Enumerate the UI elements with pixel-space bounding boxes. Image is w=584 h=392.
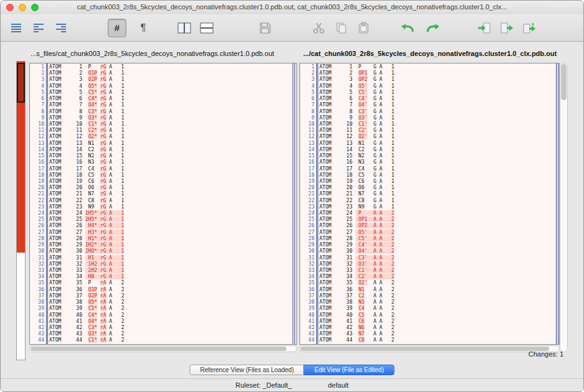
code-line[interactable]: ATOM 9 O3' G A 1 bbox=[319, 115, 559, 121]
code-line[interactable]: ATOM 36 O1P rA A 2 bbox=[49, 287, 296, 293]
code-line[interactable]: ATOM 10 C1' G A 1 bbox=[319, 121, 559, 128]
code-line[interactable]: ATOM 9 O3* rG A 1 bbox=[49, 115, 296, 121]
overview-strip[interactable] bbox=[16, 61, 26, 360]
code-line[interactable]: ATOM 38 N3 A A 2 bbox=[319, 299, 559, 306]
close-button[interactable] bbox=[6, 4, 14, 11]
code-line[interactable]: ATOM 4 O5* rG A 1 bbox=[49, 83, 296, 90]
code-line[interactable]: ATOM 29 C4' A A 2 bbox=[319, 242, 559, 248]
code-line[interactable]: ATOM 1 P G A 1 bbox=[319, 64, 559, 70]
code-line[interactable]: ATOM 32 O3' A A 2 bbox=[319, 261, 559, 268]
code-line[interactable]: ATOM 40 C5 A A 2 bbox=[319, 312, 559, 319]
left-h-scrollbar[interactable] bbox=[29, 345, 297, 352]
code-line[interactable]: ATOM 7 O4' G A 1 bbox=[319, 102, 559, 108]
code-line[interactable]: ATOM 19 C6 G A 1 bbox=[319, 179, 559, 185]
code-line[interactable]: ATOM 16 N3 rG A 1 bbox=[49, 159, 296, 166]
code-line[interactable]: ATOM 15 N2 G A 1 bbox=[319, 153, 559, 159]
code-line[interactable]: ATOM 24 1H5* rG A 1 bbox=[49, 210, 296, 217]
code-line[interactable]: ATOM 11 C2* rG A 1 bbox=[49, 128, 296, 134]
code-line[interactable]: ATOM 4 O5' G A 1 bbox=[319, 83, 559, 90]
v-scrollbar[interactable] bbox=[560, 63, 568, 352]
code-line[interactable]: ATOM 38 O5* rA A 2 bbox=[49, 299, 296, 306]
code-line[interactable]: ATOM 37 O2P rA A 2 bbox=[49, 293, 296, 299]
code-line[interactable]: ATOM 14 C2 G A 1 bbox=[319, 147, 559, 153]
code-line[interactable]: ATOM 12 O2* rG A 1 bbox=[49, 134, 296, 140]
code-line[interactable]: ATOM 5 C5' G A 1 bbox=[319, 90, 559, 96]
code-line[interactable]: ATOM 1 P rG A 1 bbox=[49, 64, 296, 70]
code-line[interactable]: ATOM 11 C2' G A 1 bbox=[319, 128, 559, 134]
copy-button[interactable] bbox=[332, 19, 351, 37]
code-line[interactable]: ATOM 23 N9 rG A 1 bbox=[49, 204, 296, 210]
code-line[interactable]: ATOM 34 C2' A A 2 bbox=[319, 274, 559, 280]
code-line[interactable]: ATOM 6 C4' G A 1 bbox=[319, 96, 559, 102]
show-right-file-button[interactable] bbox=[52, 19, 70, 37]
code-line[interactable]: ATOM 32 1H2 rG A 1 bbox=[49, 261, 296, 268]
code-line[interactable]: ATOM 26 H4* rG A 1 bbox=[49, 223, 296, 229]
code-line[interactable]: ATOM 18 C5 G A 1 bbox=[319, 172, 559, 179]
code-line[interactable]: ATOM 27 H3* rG A 1 bbox=[49, 230, 296, 236]
code-line[interactable]: ATOM 39 C5* rA A 2 bbox=[49, 306, 296, 312]
apply-change-left-button[interactable] bbox=[475, 19, 494, 37]
code-line[interactable]: ATOM 3 OP2 G A 1 bbox=[319, 77, 559, 83]
code-line[interactable]: ATOM 35 O2' A A 2 bbox=[319, 280, 559, 286]
code-line[interactable]: ATOM 19 C6 rG A 1 bbox=[49, 179, 296, 185]
line-numbers-button[interactable]: # bbox=[108, 19, 126, 37]
code-line[interactable]: ATOM 41 C6 A A 2 bbox=[319, 319, 559, 325]
save-button[interactable] bbox=[256, 19, 275, 37]
code-line[interactable]: ATOM 42 N6 A A 2 bbox=[319, 325, 559, 331]
code-line[interactable]: ATOM 42 C3* rA A 2 bbox=[49, 325, 296, 331]
left-h-scrollbar-thumb[interactable] bbox=[31, 347, 286, 351]
paste-button[interactable] bbox=[354, 19, 373, 37]
apply-all-changes-button[interactable] bbox=[520, 19, 539, 37]
tab-reference-view[interactable]: Reference View (Files as Loaded) bbox=[190, 365, 304, 375]
right-code-area[interactable]: ATOM 1 P G A 1ATOM 2 OP1 G A 1ATOM 3 OP2… bbox=[318, 63, 559, 344]
code-line[interactable]: ATOM 26 OP2 A A 2 bbox=[319, 223, 559, 229]
split-horizontal-button[interactable] bbox=[197, 19, 216, 37]
code-line[interactable]: ATOM 36 N1 A A 2 bbox=[319, 287, 559, 293]
code-line[interactable]: ATOM 31 H1 rG A 1 bbox=[49, 255, 296, 261]
code-line[interactable]: ATOM 18 C5 rG A 1 bbox=[49, 172, 296, 179]
code-line[interactable]: ATOM 37 C2 A A 2 bbox=[319, 293, 559, 299]
title-bar[interactable]: cat_chunk003_2r8s_5kcycles_decoys_nonati… bbox=[1, 1, 583, 15]
redo-button[interactable] bbox=[424, 19, 443, 37]
code-line[interactable]: ATOM 33 2H2 rG A 1 bbox=[49, 268, 296, 274]
code-line[interactable]: ATOM 12 O2' G A 1 bbox=[319, 134, 559, 140]
code-line[interactable]: ATOM 22 C8 G A 1 bbox=[319, 198, 559, 204]
code-line[interactable]: ATOM 44 C8 A A 2 bbox=[319, 337, 559, 343]
code-line[interactable]: ATOM 44 C1* rA A 2 bbox=[49, 337, 296, 343]
code-line[interactable]: ATOM 21 N7 G A 1 bbox=[319, 191, 559, 197]
code-line[interactable]: ATOM 21 N7 rG A 1 bbox=[49, 191, 296, 197]
show-left-file-button[interactable] bbox=[29, 19, 48, 37]
undo-button[interactable] bbox=[398, 19, 417, 37]
apply-change-right-button[interactable] bbox=[497, 19, 516, 37]
code-line[interactable]: ATOM 2 O1P rG A 1 bbox=[49, 70, 296, 77]
code-line[interactable]: ATOM 33 C1' A A 2 bbox=[319, 268, 559, 274]
right-h-scrollbar[interactable] bbox=[299, 345, 560, 352]
code-line[interactable]: ATOM 30 2HO* rG A 1 bbox=[49, 248, 296, 254]
viewport-indicator[interactable] bbox=[17, 63, 25, 103]
code-line[interactable]: ATOM 40 C4* rA A 2 bbox=[49, 312, 296, 319]
left-code-area[interactable]: ATOM 1 P rG A 1ATOM 2 O1P rG A 1ATOM 3 O… bbox=[48, 63, 296, 344]
tab-edit-view[interactable]: Edit View (File as Edited) bbox=[304, 365, 395, 375]
code-line[interactable]: ATOM 3 O2P rG A 1 bbox=[49, 77, 296, 83]
split-vertical-button[interactable] bbox=[175, 19, 194, 37]
code-line[interactable]: ATOM 41 O4* rA A 2 bbox=[49, 319, 296, 325]
code-line[interactable]: ATOM 10 C1* rG A 1 bbox=[49, 121, 296, 128]
show-all-lines-button[interactable] bbox=[7, 19, 26, 37]
code-line[interactable]: ATOM 23 N9 G A 1 bbox=[319, 204, 559, 210]
code-line[interactable]: ATOM 5 C5* rG A 1 bbox=[49, 90, 296, 96]
right-h-scrollbar-thumb[interactable] bbox=[301, 347, 549, 351]
v-scrollbar-thumb[interactable] bbox=[561, 64, 567, 100]
code-line[interactable]: ATOM 2 OP1 G A 1 bbox=[319, 70, 559, 77]
code-line[interactable]: ATOM 15 N2 rG A 1 bbox=[49, 153, 296, 159]
code-line[interactable]: ATOM 43 N7 A A 2 bbox=[319, 331, 559, 337]
minimize-button[interactable] bbox=[19, 4, 26, 11]
code-line[interactable]: ATOM 13 N1 rG A 1 bbox=[49, 141, 296, 147]
code-line[interactable]: ATOM 35 P rA A 2 bbox=[49, 280, 296, 286]
code-line[interactable]: ATOM 20 O6 rG A 1 bbox=[49, 185, 296, 191]
code-line[interactable]: ATOM 17 C4 rG A 1 bbox=[49, 166, 296, 172]
code-line[interactable]: ATOM 14 C2 rG A 1 bbox=[49, 147, 296, 153]
code-line[interactable]: ATOM 27 O5' A A 2 bbox=[319, 230, 559, 236]
code-line[interactable]: ATOM 30 O4' A A 2 bbox=[319, 248, 559, 254]
code-line[interactable]: ATOM 20 O6 G A 1 bbox=[319, 185, 559, 191]
code-line[interactable]: ATOM 16 N3 G A 1 bbox=[319, 159, 559, 166]
